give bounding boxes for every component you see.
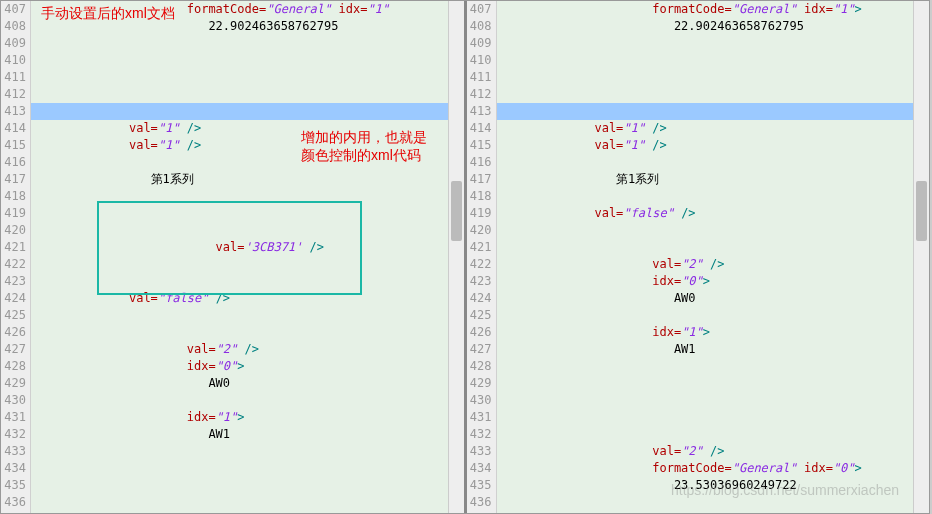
code-line[interactable]: idx="0"> [31, 358, 448, 375]
code-line[interactable]: val="2" /> [31, 341, 448, 358]
code-line[interactable] [31, 69, 448, 86]
code-line[interactable] [497, 358, 914, 375]
scroll-thumb[interactable] [916, 181, 927, 241]
code-line[interactable]: val="1" /> [497, 137, 914, 154]
code-line[interactable]: val="false" /> [497, 205, 914, 222]
code-line[interactable] [31, 256, 448, 273]
code-line[interactable]: AW1 [497, 341, 914, 358]
code-line[interactable] [497, 35, 914, 52]
line-number: 432 [1, 426, 26, 443]
scroll-thumb[interactable] [451, 181, 462, 241]
code-line[interactable] [31, 86, 448, 103]
code-line[interactable] [497, 239, 914, 256]
code-line[interactable]: val="1" /> [31, 120, 448, 137]
code-line[interactable]: 22.902463658762795 [31, 18, 448, 35]
code-line[interactable] [497, 307, 914, 324]
line-number: 426 [1, 324, 26, 341]
line-number: 420 [467, 222, 492, 239]
code-line[interactable] [497, 222, 914, 239]
line-number: 409 [467, 35, 492, 52]
code-line[interactable]: idx="1"> [31, 409, 448, 426]
code-line[interactable]: formatCode="General" idx="1" [31, 1, 448, 18]
left-scrollbar[interactable] [448, 1, 464, 513]
code-line[interactable] [497, 409, 914, 426]
line-number: 417 [1, 171, 26, 188]
code-line[interactable] [31, 273, 448, 290]
code-line[interactable] [497, 426, 914, 443]
code-line[interactable] [31, 35, 448, 52]
line-number: 424 [467, 290, 492, 307]
line-number: 437 [1, 511, 26, 513]
code-line[interactable] [497, 52, 914, 69]
code-line[interactable]: val='3CB371' /> [31, 239, 448, 256]
code-line[interactable] [497, 103, 914, 120]
line-number: 425 [1, 307, 26, 324]
code-line[interactable] [497, 188, 914, 205]
code-line[interactable] [497, 86, 914, 103]
code-line[interactable]: idx="1"> [497, 324, 914, 341]
code-line[interactable] [497, 154, 914, 171]
left-gutter: 4074084094104114124134144154164174184194… [1, 1, 31, 513]
code-line[interactable] [497, 392, 914, 409]
code-line[interactable]: idx="0"> [497, 273, 914, 290]
code-line[interactable] [31, 205, 448, 222]
code-line[interactable] [31, 443, 448, 460]
code-line[interactable] [31, 494, 448, 511]
line-number: 409 [1, 35, 26, 52]
code-line[interactable] [31, 222, 448, 239]
line-number: 421 [467, 239, 492, 256]
code-line[interactable]: formatCode="General" idx="0"> [497, 460, 914, 477]
code-line[interactable] [31, 52, 448, 69]
code-line[interactable]: val="2" /> [497, 256, 914, 273]
code-line[interactable]: 23.53036960249722 [497, 477, 914, 494]
left-pane: 4074084094104114124134144154164174184194… [1, 1, 467, 513]
code-line[interactable] [31, 324, 448, 341]
line-number: 411 [1, 69, 26, 86]
code-line[interactable] [497, 375, 914, 392]
left-code[interactable]: formatCode="General" idx="1" 22.90246365… [31, 1, 448, 513]
line-number: 428 [467, 358, 492, 375]
code-line[interactable] [497, 494, 914, 511]
line-number: 412 [467, 86, 492, 103]
line-number: 411 [467, 69, 492, 86]
code-line[interactable]: val="2" /> [497, 443, 914, 460]
line-number: 426 [467, 324, 492, 341]
code-line[interactable]: 第1系列 [31, 171, 448, 188]
right-code[interactable]: formatCode="General" idx="1"> 22.9024636… [497, 1, 914, 513]
line-number: 429 [467, 375, 492, 392]
code-line[interactable] [31, 511, 448, 513]
code-line[interactable]: AW0 [497, 290, 914, 307]
line-number: 422 [1, 256, 26, 273]
code-line[interactable] [497, 69, 914, 86]
line-number: 436 [1, 494, 26, 511]
line-number: 419 [1, 205, 26, 222]
code-line[interactable]: AW1 [31, 426, 448, 443]
line-number: 427 [1, 341, 26, 358]
line-number: 418 [1, 188, 26, 205]
code-line[interactable]: 第1系列 [497, 171, 914, 188]
code-line[interactable] [31, 460, 448, 477]
line-number: 436 [467, 494, 492, 511]
code-line[interactable]: formatCode="General" idx="1"> [497, 1, 914, 18]
code-line[interactable] [31, 103, 448, 120]
code-line[interactable] [31, 392, 448, 409]
line-number: 431 [467, 409, 492, 426]
code-line[interactable]: AW0 [31, 375, 448, 392]
code-line[interactable]: 22.902463658762795 [497, 18, 914, 35]
code-line[interactable] [31, 477, 448, 494]
line-number: 410 [467, 52, 492, 69]
right-gutter: 4074084094104114124134144154164174184194… [467, 1, 497, 513]
line-number: 408 [1, 18, 26, 35]
code-line[interactable] [31, 307, 448, 324]
code-line[interactable] [31, 188, 448, 205]
right-scrollbar[interactable] [913, 1, 929, 513]
diff-container: 4074084094104114124134144154164174184194… [0, 0, 930, 514]
line-number: 413 [1, 103, 26, 120]
line-number: 420 [1, 222, 26, 239]
code-line[interactable] [31, 154, 448, 171]
code-line[interactable]: val="1" /> [497, 120, 914, 137]
code-line[interactable]: val="false" /> [31, 290, 448, 307]
code-line[interactable]: formatCode="General" idx="1"> [497, 511, 914, 513]
line-number: 427 [467, 341, 492, 358]
code-line[interactable]: val="1" /> [31, 137, 448, 154]
